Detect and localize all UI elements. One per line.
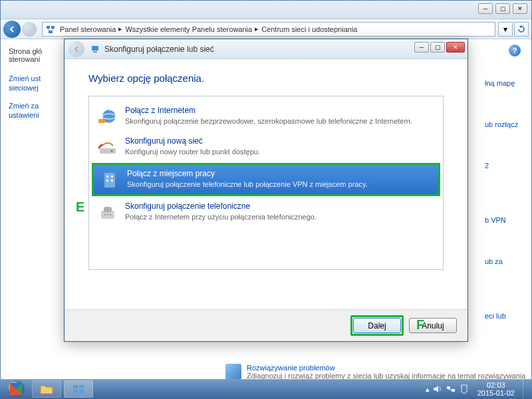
option-connect-workplace[interactable]: Połącz z miejscem pracy Skonfiguruj połą… [92,163,440,196]
option-desc: Konfiguruj nowy router lub punkt dostępu… [125,147,435,156]
option-title: Połącz z miejscem pracy [127,169,433,180]
windows-orb-icon [7,380,25,398]
svg-rect-14 [111,176,113,178]
option-desc: Skonfiguruj połączenie bezprzewodowe, sz… [125,116,435,126]
action-center-icon[interactable] [459,384,469,394]
svg-rect-0 [47,26,50,29]
option-setup-network[interactable]: Skonfiguruj nową sieć Konfiguruj nowy ro… [92,132,440,162]
wizard-close-button[interactable]: ✕ [446,42,465,53]
wizard-network-icon [90,44,100,55]
volume-icon[interactable] [432,384,443,394]
option-title: Skonfiguruj nową sieć [125,136,435,147]
sidebar-link-adapter[interactable]: Zmień ustsieciowej [9,74,61,93]
troubleshoot-icon [225,364,241,380]
next-button[interactable]: Dalej [353,318,401,333]
sidebar-home[interactable]: Strona głósterowani [9,47,61,63]
option-title: Skonfiguruj połączenie telefoniczne [125,201,435,212]
option-title: Połącz z Internetem [125,106,435,116]
sidebar-link-sharing[interactable]: Zmień zaustawieni [9,101,61,120]
right-link-2[interactable]: ub rozłącz [485,120,523,128]
wizard-back-button [68,41,84,57]
svg-rect-10 [100,148,116,154]
taskbar-app[interactable] [64,380,93,398]
option-setup-dialup[interactable]: Skonfiguruj połączenie telefoniczne Połą… [92,198,440,227]
crumb-2[interactable]: Wszystkie elementy Panelu sterowania [125,25,252,33]
tray-expand-icon[interactable]: ▴ [426,385,430,394]
nav-back-button[interactable] [3,21,21,38]
svg-point-19 [104,214,106,215]
wizard-titlebar[interactable]: Skonfiguruj połączenie lub sieć ─ ▢ ✕ [65,39,467,59]
time: 02:03 [477,381,515,389]
minimize-button[interactable]: ─ [478,3,493,14]
connection-options-list: Połącz z Internetem Skonfiguruj połączen… [88,96,444,270]
crumb-1[interactable]: Panel sterowania [60,25,116,33]
clock[interactable]: 02:03 2015-01-02 [472,381,520,397]
svg-rect-13 [106,176,108,178]
svg-rect-5 [92,46,98,51]
close-button[interactable]: ✕ [513,3,527,14]
svg-point-11 [111,150,113,152]
globe-icon [97,106,118,127]
annotation-e: E [76,200,84,215]
svg-rect-9 [98,119,105,123]
breadcrumb[interactable]: Panel sterowania ▸ Wszystkie elementy Pa… [42,22,495,37]
help-icon[interactable]: ? [509,45,521,57]
svg-rect-1 [51,26,55,29]
right-link-1[interactable]: łną mapę [485,79,523,87]
option-desc: Skonfiguruj połączenie telefoniczne lub … [127,180,433,189]
svg-rect-12 [104,173,115,188]
phone-icon [97,201,118,223]
router-icon [97,136,118,158]
option-connect-internet[interactable]: Połącz z Internetem Skonfiguruj połączen… [92,102,440,131]
wizard-footer: Dalej Anuluj [65,309,467,341]
maximize-button[interactable]: ▢ [495,3,510,14]
crumb-3[interactable]: Centrum sieci i udostepniania [261,25,357,33]
crumb-sep: ▸ [255,25,259,33]
troubleshoot-link[interactable]: Rozwiązywanie problemów [247,364,335,372]
network-icon [45,24,56,35]
svg-rect-16 [111,180,113,182]
navigation-bar: Panel sterowania ▸ Wszystkie elementy Pa… [1,19,531,39]
building-icon [99,169,120,190]
setup-connection-wizard: Skonfiguruj połączenie lub sieć ─ ▢ ✕ Wy… [64,39,468,342]
right-link-5[interactable]: ub za [485,257,523,265]
annotation-f: F [416,317,424,332]
dropdown-button[interactable]: ▾ [498,22,513,37]
wizard-minimize-button[interactable]: ─ [414,42,429,53]
svg-rect-18 [104,207,112,212]
crumb-sep: ▸ [118,25,122,33]
nav-forward-button[interactable] [22,22,37,37]
wizard-maximize-button[interactable]: ▢ [430,42,445,53]
refresh-button[interactable] [514,22,529,37]
svg-rect-23 [79,385,84,388]
system-tray: ▴ 02:03 2015-01-02 [426,380,529,398]
start-button[interactable] [3,380,29,398]
wizard-heading: Wybierz opcję połączenia. [88,72,444,84]
svg-point-21 [110,214,111,215]
wizard-title: Skonfiguruj połączenie lub sieć [104,45,214,54]
folder-icon [40,384,53,394]
svg-rect-26 [447,386,450,389]
app-icon [72,384,85,394]
sidebar: Strona głósterowani Zmień ustsieciowej Z… [1,39,61,380]
right-link-4[interactable]: b VPN [485,216,523,224]
troubleshoot-section: Rozwiązywanie problemów Zdiagnozuj i roz… [225,364,525,380]
taskbar: ▴ 02:03 2015-01-02 [0,379,532,399]
option-desc: Połącz z Internetem przy użyciu połączen… [125,212,435,221]
refresh-icon [517,25,525,33]
svg-rect-25 [79,390,84,393]
show-desktop-button[interactable] [523,380,529,398]
svg-rect-6 [93,51,97,53]
right-link-6[interactable]: eci lub [485,312,523,320]
svg-rect-22 [73,385,78,388]
window-titlebar: ─ ▢ ✕ [1,1,531,19]
date: 2015-01-02 [477,389,515,397]
taskbar-explorer[interactable] [32,380,61,398]
right-link-3[interactable]: 2 [485,162,523,170]
svg-rect-15 [106,180,108,182]
svg-rect-24 [73,390,78,393]
svg-point-20 [107,214,108,215]
network-tray-icon[interactable] [446,384,456,394]
